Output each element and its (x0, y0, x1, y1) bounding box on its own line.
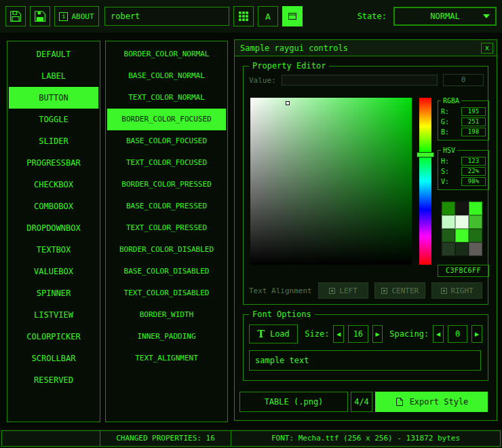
list-item-button[interactable]: BUTTON (9, 87, 98, 109)
g-value: 251 (461, 117, 486, 126)
style-color-swatch[interactable] (469, 242, 482, 256)
close-button[interactable]: x (481, 43, 493, 54)
window-titlebar[interactable]: Sample raygui controls x (235, 40, 497, 56)
font-options-label: Font Options (249, 310, 315, 319)
value-box[interactable]: 0 (443, 74, 484, 86)
list-item-text_color_normal[interactable]: TEXT_COLOR_NORMAL (107, 87, 226, 109)
list-item-textbox[interactable]: TEXTBOX (9, 239, 98, 261)
save-style-button[interactable] (30, 6, 50, 26)
list-item-dropdownbox[interactable]: DROPDOWNBOX (9, 217, 98, 239)
spacing-increase-button[interactable]: ▶ (471, 325, 482, 343)
b-label: B: (441, 128, 449, 136)
hex-value-box[interactable]: C3FBC6FF (438, 265, 489, 277)
font-row: T Load Size: ◀ 16 ▶ Spacing: ◀ 0 ▶ (249, 324, 482, 343)
export-format-button[interactable]: TABLE (.png) (239, 392, 348, 412)
list-item-listview[interactable]: LISTVIEW (9, 304, 98, 326)
style-color-swatch[interactable] (469, 229, 482, 242)
left-arrow-icon: ◀ (436, 331, 440, 337)
list-item-border_color_disabled[interactable]: BORDER_COLOR_DISABLED (107, 239, 226, 261)
style-color-swatch[interactable] (442, 215, 455, 229)
align-right-button[interactable]: RIGHT (431, 282, 482, 299)
property-editor-group: Property Editor Value: 0 RGBA R:195 G (243, 66, 488, 305)
list-item-reserved[interactable]: RESERVED (9, 369, 98, 391)
align-left-button[interactable]: LEFT (318, 282, 369, 299)
export-style-button[interactable]: Export Style (375, 392, 488, 412)
list-item-label[interactable]: LABEL (9, 65, 98, 87)
style-color-swatch[interactable] (455, 202, 469, 215)
list-item-border_color_pressed[interactable]: BORDER_COLOR_PRESSED (107, 174, 226, 195)
list-item-slider[interactable]: SLIDER (9, 130, 98, 152)
size-increase-button[interactable]: ▶ (372, 325, 383, 343)
color-picker[interactable] (250, 98, 412, 265)
font-load-label: Load (270, 329, 290, 339)
pages-indicator[interactable]: 4/4 (351, 392, 372, 412)
color-picker-cursor[interactable] (286, 101, 290, 105)
h-value: 123 (461, 157, 486, 166)
style-color-swatch[interactable] (442, 229, 455, 242)
value-row: Value: 0 (249, 73, 484, 87)
list-item-default[interactable]: DEFAULT (9, 43, 98, 65)
state-value: NORMAL (430, 12, 459, 21)
status-changed-properties: CHANGED PROPERTIES: 16 (100, 430, 231, 447)
list-item-text_alignment[interactable]: TEXT_ALIGNMENT (107, 348, 226, 369)
hue-slider-handle[interactable] (417, 152, 434, 157)
grid-icon (238, 11, 249, 22)
s-value: 22% (461, 167, 486, 176)
size-decrease-button[interactable]: ◀ (333, 325, 344, 343)
style-color-swatch[interactable] (442, 202, 455, 215)
sample-text-input[interactable]: sample text (249, 350, 481, 371)
list-item-checkbox[interactable]: CHECKBOX (9, 174, 98, 195)
list-item-combobox[interactable]: COMBOBOX (9, 195, 98, 217)
list-item-colorpicker[interactable]: COLORPICKER (9, 326, 98, 348)
list-item-scrollbar[interactable]: SCROLLBAR (9, 348, 98, 369)
style-color-swatch[interactable] (442, 242, 455, 256)
list-item-base_color_normal[interactable]: BASE_COLOR_NORMAL (107, 65, 226, 87)
style-color-swatch[interactable] (455, 229, 469, 242)
color-picker-area: RGBA R:195 G:251 B:198 HSV H:123 S:22% V… (249, 98, 486, 266)
list-item-valuebox[interactable]: VALUEBOX (9, 261, 98, 282)
status-font-info: FONT: Mecha.ttf (256 x 256) - 131872 byt… (231, 430, 501, 447)
status-empty-box (1, 430, 100, 447)
list-item-spinner[interactable]: SPINNER (9, 282, 98, 304)
font-atlas-button[interactable]: A (258, 6, 278, 26)
list-item-base_color_focused[interactable]: BASE_COLOR_FOCUSED (107, 130, 226, 152)
sample-controls-window: Sample raygui controls x Property Editor… (234, 39, 497, 421)
list-item-text_color_focused[interactable]: TEXT_COLOR_FOCUSED (107, 152, 226, 174)
style-name-input[interactable] (104, 7, 229, 26)
style-colors-grid (441, 201, 483, 257)
style-color-swatch[interactable] (455, 215, 469, 229)
state-dropdown[interactable]: NORMAL (393, 7, 497, 26)
list-item-border_color_focused[interactable]: BORDER_COLOR_FOCUSED (107, 109, 226, 130)
rgba-label: RGBA (441, 96, 461, 106)
spacing-value-box[interactable]: 0 (448, 325, 467, 343)
list-item-progressbar[interactable]: PROGRESSBAR (9, 152, 98, 174)
align-center-button[interactable]: CENTER (374, 282, 425, 299)
style-table-view-button[interactable] (233, 6, 254, 26)
list-item-border_color_normal[interactable]: BORDER_COLOR_NORMAL (107, 43, 226, 65)
list-item-base_color_pressed[interactable]: BASE_COLOR_PRESSED (107, 195, 226, 217)
value-slider[interactable] (282, 75, 438, 86)
style-color-swatch[interactable] (469, 202, 482, 215)
font-load-button[interactable]: T Load (249, 324, 298, 343)
about-label: ABOUT (71, 12, 94, 21)
list-item-text_color_pressed[interactable]: TEXT_COLOR_PRESSED (107, 217, 226, 239)
list-item-text_color_disabled[interactable]: TEXT_COLOR_DISABLED (107, 282, 226, 304)
rgba-group: RGBA R:195 G:251 B:198 (438, 100, 489, 141)
load-style-button[interactable] (5, 6, 26, 26)
style-color-swatch[interactable] (469, 215, 482, 229)
letter-a-icon: A (265, 12, 271, 22)
property-editor-label: Property Editor (249, 61, 329, 71)
g-label: G: (441, 118, 449, 126)
list-item-base_color_disabled[interactable]: BASE_COLOR_DISABLED (107, 261, 226, 282)
list-item-inner_padding[interactable]: INNER_PADDING (107, 326, 226, 348)
text-t-icon: T (257, 329, 264, 339)
about-button[interactable]: i ABOUT (54, 6, 99, 26)
list-item-toggle[interactable]: TOGGLE (9, 109, 98, 130)
style-color-swatch[interactable] (455, 242, 469, 256)
export-style-label: Export Style (410, 397, 469, 407)
controls-preview-button[interactable] (282, 6, 303, 26)
list-item-border_width[interactable]: BORDER_WIDTH (107, 304, 226, 326)
spacing-decrease-button[interactable]: ◀ (433, 325, 444, 343)
size-value-box[interactable]: 16 (348, 325, 368, 343)
hue-bar[interactable] (419, 98, 431, 265)
